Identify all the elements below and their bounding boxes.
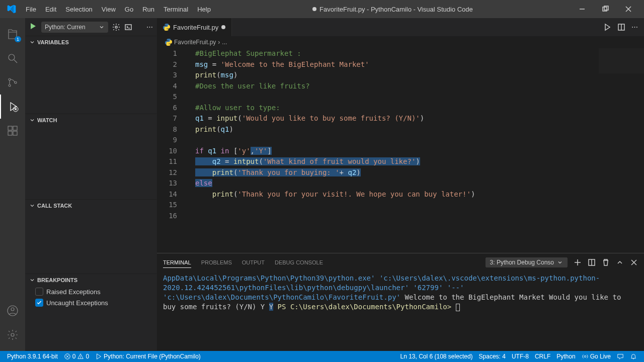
- svg-point-20: [11, 333, 14, 336]
- status-eol[interactable]: CRLF: [532, 353, 553, 360]
- terminal-output[interactable]: AppData\Local\Programs\Python\Python39\p…: [157, 272, 644, 351]
- menu-bar: File Edit Selection View Go Run Terminal…: [22, 4, 215, 15]
- status-problems[interactable]: 0 0: [61, 353, 92, 360]
- activity-account[interactable]: [0, 299, 25, 323]
- split-terminal-icon[interactable]: [588, 258, 596, 266]
- python-file-icon: [165, 39, 172, 46]
- editor-tab[interactable]: FavoriteFruit.py: [157, 18, 232, 36]
- debug-config-dropdown[interactable]: Python: Curren: [41, 22, 108, 33]
- chevron-down-icon: [557, 259, 563, 265]
- minimap[interactable]: [599, 48, 644, 73]
- line-numbers: 12345678910111213141516: [157, 48, 187, 221]
- code-editor[interactable]: 12345678910111213141516 #BigElephat Supe…: [157, 48, 644, 253]
- variables-section: VARIABLES: [25, 36, 157, 114]
- activity-extensions[interactable]: [0, 119, 25, 143]
- menu-run[interactable]: Run: [138, 4, 158, 15]
- status-debug-config[interactable]: Python: Current File (PythonCamilo): [92, 353, 204, 360]
- close-button[interactable]: [617, 0, 640, 18]
- menu-selection[interactable]: Selection: [61, 4, 96, 15]
- activity-bar: 1: [0, 18, 25, 351]
- debug-toolbar: Python: Curren ⋯: [25, 18, 157, 36]
- chevron-down-icon: [99, 24, 105, 30]
- breadcrumb[interactable]: FavoriteFruit.py › ...: [157, 36, 644, 48]
- breakpoints-header[interactable]: BREAKPOINTS: [25, 274, 157, 286]
- chevron-down-icon: [29, 117, 35, 123]
- breakpoint-raised[interactable]: Raised Exceptions: [25, 286, 157, 297]
- svg-marker-39: [97, 354, 101, 359]
- svg-marker-21: [31, 23, 36, 29]
- svg-point-7: [9, 78, 11, 80]
- variables-header[interactable]: VARIABLES: [25, 36, 157, 48]
- chevron-down-icon: [29, 277, 35, 283]
- chevron-up-icon[interactable]: [616, 258, 624, 266]
- status-golive[interactable]: Go Live: [579, 353, 614, 360]
- modified-dot-icon: [312, 7, 316, 11]
- menu-edit[interactable]: Edit: [41, 4, 60, 15]
- svg-point-8: [9, 84, 11, 86]
- status-encoding[interactable]: UTF-8: [509, 353, 532, 360]
- svg-marker-25: [605, 24, 610, 30]
- svg-rect-17: [13, 126, 17, 130]
- vscode-logo-icon: [7, 4, 17, 14]
- split-editor-icon[interactable]: [617, 23, 625, 31]
- status-language[interactable]: Python: [553, 353, 578, 360]
- status-feedback[interactable]: [614, 353, 627, 360]
- svg-point-19: [11, 308, 14, 311]
- breakpoints-section: BREAKPOINTS Raised Exceptions Uncaught E…: [25, 274, 157, 351]
- svg-rect-15: [8, 131, 12, 135]
- minimize-button[interactable]: [571, 0, 594, 18]
- status-python-version[interactable]: Python 3.9.1 64-bit: [4, 353, 61, 360]
- breakpoint-label: Uncaught Exceptions: [46, 299, 108, 307]
- titlebar: File Edit Selection View Go Run Terminal…: [0, 0, 644, 18]
- status-spaces[interactable]: Spaces: 4: [476, 353, 509, 360]
- tab-terminal[interactable]: TERMINAL: [163, 257, 191, 268]
- status-bell[interactable]: [627, 353, 640, 360]
- activity-scm[interactable]: [0, 70, 25, 95]
- menu-help[interactable]: Help: [193, 4, 215, 15]
- svg-point-38: [80, 357, 81, 358]
- status-bar: Python 3.9.1 64-bit 0 0 Python: Current …: [0, 351, 644, 362]
- terminal-selector[interactable]: 3: Python Debug Conso: [486, 257, 568, 267]
- activity-debug[interactable]: [0, 95, 25, 119]
- close-icon[interactable]: [630, 258, 638, 266]
- svg-point-5: [9, 54, 15, 60]
- code-content[interactable]: #BigElephat Supermarket : msg = 'Welcome…: [195, 48, 475, 211]
- chevron-down-icon: [29, 203, 35, 209]
- watch-section: WATCH: [25, 114, 157, 200]
- editor-area: FavoriteFruit.py ⋯ FavoriteFruit.py › ..…: [157, 18, 644, 351]
- activity-explorer[interactable]: 1: [0, 22, 25, 46]
- tab-debug-console[interactable]: DEBUG CONSOLE: [275, 257, 323, 267]
- title-text: FavoriteFruit.py - PythonCamilo - Visual…: [319, 6, 473, 13]
- watch-header[interactable]: WATCH: [25, 114, 157, 126]
- debug-console-icon[interactable]: [124, 23, 132, 31]
- menu-view[interactable]: View: [98, 4, 120, 15]
- callstack-header[interactable]: CALL STACK: [25, 200, 157, 212]
- trash-icon[interactable]: [602, 258, 610, 266]
- maximize-button[interactable]: [594, 0, 617, 18]
- menu-terminal[interactable]: Terminal: [159, 4, 192, 15]
- more-icon[interactable]: ⋯: [146, 23, 153, 31]
- chevron-down-icon: [29, 39, 35, 45]
- terminal-panel: TERMINAL PROBLEMS OUTPUT DEBUG CONSOLE 3…: [157, 253, 644, 351]
- svg-line-6: [14, 60, 17, 63]
- more-icon[interactable]: ⋯: [631, 23, 638, 31]
- breakpoint-uncaught[interactable]: Uncaught Exceptions: [25, 297, 157, 308]
- run-icon[interactable]: [603, 23, 611, 31]
- checkbox[interactable]: [35, 288, 43, 296]
- plus-icon[interactable]: [574, 258, 582, 266]
- tab-problems[interactable]: PROBLEMS: [201, 257, 232, 267]
- status-cursor[interactable]: Ln 13, Col 6 (108 selected): [397, 353, 475, 360]
- terminal-tabs: TERMINAL PROBLEMS OUTPUT DEBUG CONSOLE 3…: [157, 253, 644, 272]
- menu-file[interactable]: File: [22, 4, 40, 15]
- start-debug-button[interactable]: [29, 22, 37, 32]
- activity-search[interactable]: [0, 46, 25, 70]
- checkbox-checked[interactable]: [35, 299, 43, 307]
- activity-settings[interactable]: [0, 323, 25, 347]
- gear-icon[interactable]: [112, 23, 120, 31]
- debug-sidebar: Python: Curren ⋯ VARIABLES WATCH CALL ST…: [25, 18, 157, 351]
- svg-point-22: [115, 26, 117, 28]
- breakpoint-label: Raised Exceptions: [46, 288, 101, 296]
- tab-output[interactable]: OUTPUT: [242, 257, 265, 267]
- svg-point-40: [584, 355, 586, 357]
- menu-go[interactable]: Go: [121, 4, 137, 15]
